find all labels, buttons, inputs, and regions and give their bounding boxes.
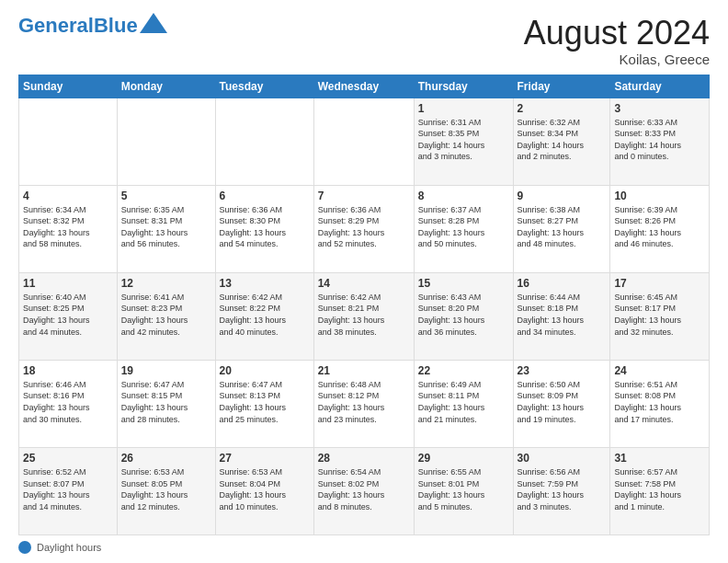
- calendar-cell-2-1: 12Sunrise: 6:41 AM Sunset: 8:23 PM Dayli…: [117, 272, 215, 360]
- day-info: Sunrise: 6:50 AM Sunset: 8:09 PM Dayligh…: [518, 379, 607, 425]
- calendar-cell-2-3: 14Sunrise: 6:42 AM Sunset: 8:21 PM Dayli…: [313, 272, 414, 360]
- calendar-cell-4-6: 31Sunrise: 6:57 AM Sunset: 7:58 PM Dayli…: [610, 447, 710, 534]
- day-number: 30: [518, 452, 607, 465]
- day-info: Sunrise: 6:53 AM Sunset: 8:05 PM Dayligh…: [121, 466, 211, 512]
- calendar: Sunday Monday Tuesday Wednesday Thursday…: [18, 75, 710, 535]
- day-info: Sunrise: 6:42 AM Sunset: 8:21 PM Dayligh…: [318, 292, 410, 338]
- day-number: 3: [614, 102, 705, 115]
- day-number: 21: [318, 364, 410, 377]
- day-info: Sunrise: 6:46 AM Sunset: 8:16 PM Dayligh…: [23, 379, 113, 425]
- calendar-cell-3-3: 21Sunrise: 6:48 AM Sunset: 8:12 PM Dayli…: [313, 360, 414, 447]
- col-tuesday: Tuesday: [215, 75, 313, 98]
- day-info: Sunrise: 6:49 AM Sunset: 8:11 PM Dayligh…: [418, 379, 509, 425]
- calendar-week-3: 18Sunrise: 6:46 AM Sunset: 8:16 PM Dayli…: [19, 360, 710, 447]
- location: Koilas, Greece: [524, 52, 710, 67]
- day-number: 25: [23, 452, 113, 465]
- day-info: Sunrise: 6:38 AM Sunset: 8:27 PM Dayligh…: [518, 204, 607, 250]
- day-number: 15: [418, 277, 509, 290]
- day-number: 9: [518, 190, 607, 202]
- day-number: 1: [418, 102, 509, 115]
- day-number: 4: [23, 190, 113, 202]
- calendar-cell-4-0: 25Sunrise: 6:52 AM Sunset: 8:07 PM Dayli…: [19, 447, 118, 534]
- day-number: 24: [614, 364, 705, 377]
- day-number: 27: [220, 452, 310, 465]
- day-info: Sunrise: 6:48 AM Sunset: 8:12 PM Dayligh…: [318, 379, 410, 425]
- month-year: August 2024: [524, 15, 710, 52]
- calendar-cell-3-4: 22Sunrise: 6:49 AM Sunset: 8:11 PM Dayli…: [414, 360, 513, 447]
- header-row: Sunday Monday Tuesday Wednesday Thursday…: [19, 75, 710, 98]
- day-number: 18: [23, 364, 113, 377]
- footer: Daylight hours: [18, 541, 710, 554]
- col-wednesday: Wednesday: [313, 75, 414, 98]
- daylight-icon: [18, 541, 31, 554]
- day-info: Sunrise: 6:32 AM Sunset: 8:34 PM Dayligh…: [518, 117, 607, 163]
- calendar-cell-2-0: 11Sunrise: 6:40 AM Sunset: 8:25 PM Dayli…: [19, 272, 118, 360]
- svg-marker-0: [140, 13, 167, 33]
- calendar-cell-0-0: [19, 98, 118, 185]
- day-number: 29: [418, 452, 509, 465]
- calendar-cell-3-0: 18Sunrise: 6:46 AM Sunset: 8:16 PM Dayli…: [19, 360, 118, 447]
- day-number: 10: [614, 190, 705, 202]
- day-info: Sunrise: 6:55 AM Sunset: 8:01 PM Dayligh…: [418, 466, 509, 512]
- day-number: 17: [614, 277, 705, 290]
- day-number: 5: [121, 190, 211, 202]
- day-info: Sunrise: 6:45 AM Sunset: 8:17 PM Dayligh…: [614, 292, 705, 338]
- calendar-cell-3-2: 20Sunrise: 6:47 AM Sunset: 8:13 PM Dayli…: [215, 360, 313, 447]
- col-sunday: Sunday: [19, 75, 118, 98]
- day-number: 14: [318, 277, 410, 290]
- day-number: 12: [121, 277, 211, 290]
- calendar-cell-0-5: 2Sunrise: 6:32 AM Sunset: 8:34 PM Daylig…: [513, 98, 610, 185]
- day-info: Sunrise: 6:54 AM Sunset: 8:02 PM Dayligh…: [318, 466, 410, 512]
- col-thursday: Thursday: [414, 75, 513, 98]
- day-info: Sunrise: 6:34 AM Sunset: 8:32 PM Dayligh…: [23, 204, 113, 250]
- calendar-cell-4-5: 30Sunrise: 6:56 AM Sunset: 7:59 PM Dayli…: [513, 447, 610, 534]
- calendar-week-1: 4Sunrise: 6:34 AM Sunset: 8:32 PM Daylig…: [19, 185, 710, 272]
- day-number: 7: [318, 190, 410, 202]
- col-friday: Friday: [513, 75, 610, 98]
- calendar-week-0: 1Sunrise: 6:31 AM Sunset: 8:35 PM Daylig…: [19, 98, 710, 185]
- day-number: 31: [614, 452, 705, 465]
- calendar-cell-2-6: 17Sunrise: 6:45 AM Sunset: 8:17 PM Dayli…: [610, 272, 710, 360]
- calendar-cell-0-2: [215, 98, 313, 185]
- calendar-week-4: 25Sunrise: 6:52 AM Sunset: 8:07 PM Dayli…: [19, 447, 710, 534]
- day-info: Sunrise: 6:33 AM Sunset: 8:33 PM Dayligh…: [614, 117, 705, 163]
- day-number: 20: [220, 364, 310, 377]
- logo-text: GeneralBlue: [18, 15, 138, 37]
- day-info: Sunrise: 6:51 AM Sunset: 8:08 PM Dayligh…: [614, 379, 705, 425]
- day-number: 19: [121, 364, 211, 377]
- day-info: Sunrise: 6:44 AM Sunset: 8:18 PM Dayligh…: [518, 292, 607, 338]
- calendar-cell-3-6: 24Sunrise: 6:51 AM Sunset: 8:08 PM Dayli…: [610, 360, 710, 447]
- day-info: Sunrise: 6:56 AM Sunset: 7:59 PM Dayligh…: [518, 466, 607, 512]
- day-info: Sunrise: 6:57 AM Sunset: 7:58 PM Dayligh…: [614, 466, 705, 512]
- calendar-cell-1-6: 10Sunrise: 6:39 AM Sunset: 8:26 PM Dayli…: [610, 185, 710, 272]
- calendar-cell-0-6: 3Sunrise: 6:33 AM Sunset: 8:33 PM Daylig…: [610, 98, 710, 185]
- calendar-cell-1-0: 4Sunrise: 6:34 AM Sunset: 8:32 PM Daylig…: [19, 185, 118, 272]
- day-info: Sunrise: 6:47 AM Sunset: 8:13 PM Dayligh…: [220, 379, 310, 425]
- day-info: Sunrise: 6:37 AM Sunset: 8:28 PM Dayligh…: [418, 204, 509, 250]
- calendar-cell-1-5: 9Sunrise: 6:38 AM Sunset: 8:27 PM Daylig…: [513, 185, 610, 272]
- logo: GeneralBlue: [18, 15, 167, 37]
- calendar-cell-0-4: 1Sunrise: 6:31 AM Sunset: 8:35 PM Daylig…: [414, 98, 513, 185]
- calendar-cell-4-1: 26Sunrise: 6:53 AM Sunset: 8:05 PM Dayli…: [117, 447, 215, 534]
- day-number: 22: [418, 364, 509, 377]
- day-info: Sunrise: 6:47 AM Sunset: 8:15 PM Dayligh…: [121, 379, 211, 425]
- col-saturday: Saturday: [610, 75, 710, 98]
- day-number: 8: [418, 190, 509, 202]
- calendar-cell-1-2: 6Sunrise: 6:36 AM Sunset: 8:30 PM Daylig…: [215, 185, 313, 272]
- day-number: 2: [518, 102, 607, 115]
- day-info: Sunrise: 6:31 AM Sunset: 8:35 PM Dayligh…: [418, 117, 509, 163]
- day-info: Sunrise: 6:41 AM Sunset: 8:23 PM Dayligh…: [121, 292, 211, 338]
- calendar-week-2: 11Sunrise: 6:40 AM Sunset: 8:25 PM Dayli…: [19, 272, 710, 360]
- day-info: Sunrise: 6:36 AM Sunset: 8:29 PM Dayligh…: [318, 204, 410, 250]
- calendar-cell-1-1: 5Sunrise: 6:35 AM Sunset: 8:31 PM Daylig…: [117, 185, 215, 272]
- calendar-cell-4-3: 28Sunrise: 6:54 AM Sunset: 8:02 PM Dayli…: [313, 447, 414, 534]
- calendar-table: Sunday Monday Tuesday Wednesday Thursday…: [18, 75, 710, 535]
- day-number: 26: [121, 452, 211, 465]
- day-info: Sunrise: 6:42 AM Sunset: 8:22 PM Dayligh…: [220, 292, 310, 338]
- calendar-cell-2-5: 16Sunrise: 6:44 AM Sunset: 8:18 PM Dayli…: [513, 272, 610, 360]
- calendar-cell-0-1: [117, 98, 215, 185]
- calendar-cell-0-3: [313, 98, 414, 185]
- day-number: 6: [220, 190, 310, 202]
- calendar-cell-3-1: 19Sunrise: 6:47 AM Sunset: 8:15 PM Dayli…: [117, 360, 215, 447]
- calendar-cell-1-4: 8Sunrise: 6:37 AM Sunset: 8:28 PM Daylig…: [414, 185, 513, 272]
